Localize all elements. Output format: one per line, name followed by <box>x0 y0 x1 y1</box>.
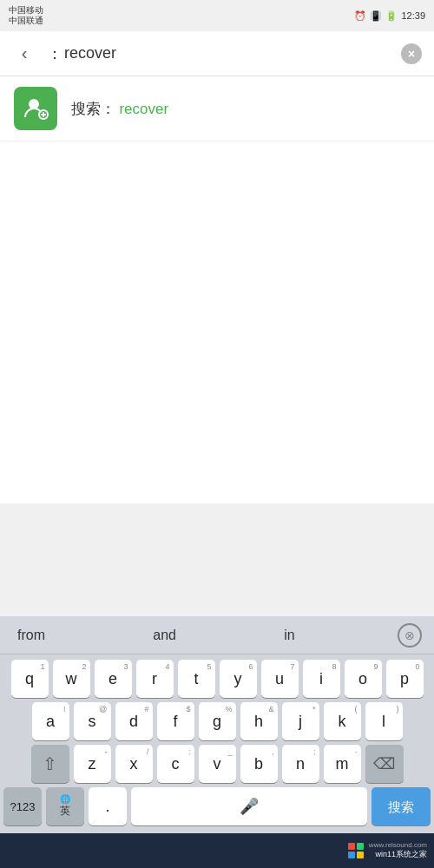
key-a[interactable]: ! a <box>32 702 69 740</box>
search-label: 搜索： <box>71 101 115 117</box>
search-bar: ‹ ： recover × <box>0 31 434 76</box>
go-key[interactable]: 搜索 <box>372 787 431 825</box>
keyboard-keys: 1 q 2 w 3 e 4 r 5 t 6 y <box>0 654 434 833</box>
key-u[interactable]: 7 u <box>261 660 299 698</box>
search-prefix: ： <box>47 43 62 64</box>
delete-word-circle: ⊗ <box>398 623 422 648</box>
num-label: ?123 <box>10 801 36 812</box>
key-e[interactable]: 3 e <box>95 660 132 698</box>
key-w[interactable]: 2 w <box>53 660 90 698</box>
key-i[interactable]: 8 i <box>303 660 340 698</box>
search-input-area[interactable]: ： recover <box>40 43 398 64</box>
key-z[interactable]: - z <box>74 745 111 783</box>
suggestion-and[interactable]: and <box>144 624 185 647</box>
time: 12:39 <box>401 10 425 21</box>
key-p[interactable]: 0 p <box>386 660 424 698</box>
battery-icon: 🔋 <box>385 10 398 22</box>
status-bar: 中国移动 中国联通 ⏰ 📳 🔋 12:39 <box>0 0 434 31</box>
alarm-icon: ⏰ <box>354 10 366 22</box>
win11-site-info: www.relsound.com win11系统之家 <box>369 841 427 860</box>
key-row-1: 1 q 2 w 3 e 4 r 5 t 6 y <box>3 660 431 698</box>
dot-label: . <box>105 799 109 814</box>
key-row-2: ! a @ s # d $ f % g & h <box>3 702 431 740</box>
search-keyword: recover <box>119 101 168 117</box>
back-button[interactable]: ‹ <box>9 38 40 69</box>
shift-icon: ⇧ <box>43 753 57 774</box>
search-label-area: 搜索： recover <box>71 99 168 119</box>
go-label: 搜索 <box>388 800 414 813</box>
key-f[interactable]: $ f <box>157 702 194 740</box>
win11-logo <box>348 843 364 858</box>
clear-button[interactable]: × <box>398 40 425 68</box>
win11-label: win11系统之家 <box>375 849 427 860</box>
delete-word-button[interactable]: ⊗ <box>394 620 425 651</box>
key-m[interactable]: · m <box>324 745 361 783</box>
contact-icon <box>14 87 57 130</box>
keyboard-area: from and in ⊗ 1 q 2 w 3 e 4 <box>0 616 434 868</box>
mic-icon: 🎤 <box>240 797 259 816</box>
main-content: 搜索： recover <box>0 76 434 503</box>
dot-key[interactable]: . <box>89 787 127 825</box>
lang-icon: 🌐 <box>60 794 70 804</box>
clear-icon: × <box>408 47 415 61</box>
suggestion-from[interactable]: from <box>9 624 54 647</box>
key-k[interactable]: ( k <box>324 702 361 740</box>
key-l[interactable]: ) l <box>365 702 403 740</box>
key-row-3: ⇧ - z / x : c _ v , b ; <box>3 745 431 783</box>
lang-label: 英 <box>60 804 70 819</box>
key-h[interactable]: & h <box>240 702 278 740</box>
clear-circle: × <box>401 43 422 64</box>
key-x[interactable]: / x <box>115 745 153 783</box>
search-result-item[interactable]: 搜索： recover <box>0 76 434 141</box>
key-q[interactable]: 1 q <box>11 660 49 698</box>
backspace-key[interactable]: ⌫ <box>365 745 404 783</box>
key-y[interactable]: 6 y <box>220 660 257 698</box>
lang-key[interactable]: 🌐 英 <box>46 787 84 825</box>
win11-taskbar: www.relsound.com win11系统之家 <box>0 833 434 868</box>
search-query: recover <box>64 44 116 62</box>
key-j[interactable]: * j <box>282 702 319 740</box>
key-r[interactable]: 4 r <box>136 660 174 698</box>
key-v[interactable]: _ v <box>199 745 236 783</box>
key-n[interactable]: ; n <box>282 745 319 783</box>
key-s[interactable]: @ s <box>74 702 111 740</box>
key-g[interactable]: % g <box>199 702 236 740</box>
status-icons: ⏰ 📳 🔋 12:39 <box>354 10 425 22</box>
delete-word-icon: ⊗ <box>404 628 415 642</box>
win11-site: www.relsound.com <box>369 841 427 849</box>
carrier-info: 中国移动 中国联通 <box>9 5 43 26</box>
key-c[interactable]: : c <box>157 745 194 783</box>
vibrate-icon: 📳 <box>370 10 382 22</box>
key-o[interactable]: 9 o <box>345 660 382 698</box>
key-d[interactable]: # d <box>115 702 153 740</box>
backspace-icon: ⌫ <box>373 754 395 773</box>
suggestions-row: from and in ⊗ <box>0 616 434 654</box>
carrier1: 中国移动 <box>9 5 43 16</box>
key-row-4: ?123 🌐 英 . 🎤 搜索 <box>3 787 431 825</box>
suggestion-in[interactable]: in <box>275 624 303 647</box>
shift-key[interactable]: ⇧ <box>31 745 69 783</box>
space-key[interactable]: 🎤 <box>131 787 367 825</box>
key-b[interactable]: , b <box>240 745 278 783</box>
carrier2: 中国联通 <box>9 16 43 26</box>
num-key[interactable]: ?123 <box>3 787 42 825</box>
key-t[interactable]: 5 t <box>178 660 215 698</box>
